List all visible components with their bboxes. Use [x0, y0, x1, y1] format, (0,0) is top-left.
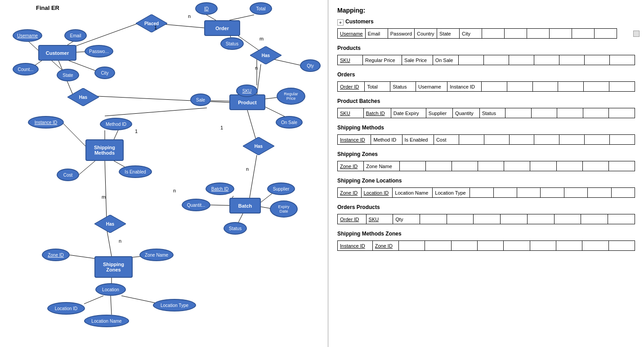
attr-order-id: ID — [195, 2, 218, 15]
section-title: Shipping Zones — [337, 151, 378, 157]
cardinality-1-sm: 1 — [135, 129, 138, 134]
table-cell-empty — [611, 188, 635, 198]
svg-line-25 — [250, 155, 257, 198]
entity-batch: Batch — [229, 198, 261, 214]
table-cell-empty — [458, 55, 483, 65]
mapping-table: Zone IDZone Name — [337, 161, 635, 171]
entity-customer: Customer — [38, 45, 76, 61]
attr-cust-city: City — [94, 67, 115, 79]
attr-cust-state: State — [57, 69, 79, 81]
table-cell: Method ID — [371, 135, 402, 145]
table-cell-empty — [484, 135, 509, 145]
expand-button[interactable]: + — [337, 19, 344, 26]
table-cell: On Sale — [433, 55, 458, 65]
table-cell: Zone ID — [338, 188, 362, 198]
attr-sz-locname: Location Name — [84, 315, 129, 327]
attr-batch-qty: Quantit... — [182, 199, 210, 211]
table-cell-empty — [507, 82, 532, 92]
cardinality-n-batch: n — [246, 166, 249, 172]
svg-line-40 — [105, 108, 207, 116]
attr-sm-cost: Cost — [57, 169, 79, 181]
table-cell-empty — [527, 29, 550, 39]
table-cell-empty — [609, 108, 635, 118]
mapping-section-orders: OrdersOrder IDTotalStatusUsernameInstanc… — [337, 71, 635, 92]
section-title: Customers — [345, 18, 374, 25]
mapping-table: Order IDSKUQty — [337, 214, 635, 224]
mapping-table: UsernameEmailPasswordCountryStateCity — [337, 28, 640, 39]
svg-line-36 — [84, 296, 103, 304]
mapping-section-shipping-zones: Shipping ZonesZone IDZone Name — [337, 151, 635, 171]
section-title: Shipping Methods — [337, 125, 384, 131]
mapping-title: Mapping: — [337, 7, 635, 14]
table-cell-empty — [584, 82, 609, 92]
table-cell-empty — [609, 82, 635, 92]
table-cell: Zone ID — [372, 241, 398, 251]
table-cell-empty — [483, 55, 509, 65]
table-cell: Regular Price — [363, 55, 402, 65]
mapping-section-products: ProductsSKURegular PriceSale PriceOn Sal… — [337, 45, 635, 65]
svg-marker-45 — [243, 137, 274, 155]
svg-line-5 — [27, 40, 38, 50]
table-cell-empty — [572, 29, 595, 39]
scroll-indicator[interactable] — [633, 31, 640, 37]
cardinality-n-placed: n — [188, 13, 191, 19]
table-cell: Order ID — [338, 214, 367, 224]
table-cell: Qty — [393, 214, 420, 224]
table-cell: Batch ID — [363, 108, 391, 118]
table-cell-empty — [459, 135, 484, 145]
table-cell: Status — [390, 82, 416, 92]
attr-sm-method: Method ID — [100, 118, 132, 130]
table-cell-empty — [534, 135, 559, 145]
mapping-section-shipping-zone-locations: Shipping Zone LocationsZone IDLocation I… — [337, 178, 635, 198]
table-cell: Total — [365, 82, 390, 92]
table-cell: Username — [416, 82, 447, 92]
svg-line-2 — [206, 15, 216, 20]
mapping-table: SKURegular PriceSale PriceOn Sale — [337, 55, 635, 65]
table-cell-empty — [509, 55, 534, 65]
table-cell-empty — [556, 161, 582, 171]
table-cell: SKU — [338, 108, 364, 118]
mapping-section-customers: +CustomersUsernameEmailPasswordCountrySt… — [337, 18, 635, 39]
table-cell-empty — [420, 214, 447, 224]
table-cell: Password — [388, 29, 414, 39]
attr-prod-sku: SKU — [236, 85, 258, 97]
svg-line-31 — [105, 160, 107, 220]
table-cell-empty — [584, 55, 609, 65]
section-title: Orders — [337, 71, 355, 78]
table-cell-empty — [504, 241, 530, 251]
svg-marker-42 — [136, 14, 167, 32]
mapping-panel: Mapping: +CustomersUsernameEmailPassword… — [328, 0, 644, 347]
table-cell-empty — [451, 241, 477, 251]
table-cell: Is Enabled — [402, 135, 434, 145]
attr-sz-locid: Location ID — [47, 302, 85, 315]
table-cell-empty — [559, 55, 584, 65]
table-cell-empty — [585, 135, 610, 145]
cardinality-n-batchrel: n — [173, 188, 176, 193]
table-cell-empty — [517, 188, 541, 198]
table-cell: SKU — [338, 55, 363, 65]
attr-prod-sale: Sale — [190, 93, 211, 106]
svg-marker-46 — [94, 215, 126, 233]
table-cell-empty — [583, 108, 609, 118]
table-cell: Country — [415, 29, 437, 39]
attr-order-qty: Qty — [300, 59, 321, 72]
attr-sm-instance: Instance ID — [28, 116, 64, 129]
mapping-sections: +CustomersUsernameEmailPasswordCountrySt… — [337, 18, 635, 251]
table-cell-empty — [478, 241, 504, 251]
table-cell-empty — [554, 214, 581, 224]
table-cell-empty — [559, 135, 585, 145]
table-cell-empty — [541, 188, 564, 198]
attr-sz-zonename: Zone Name — [139, 249, 174, 261]
table-cell-empty — [399, 241, 425, 251]
table-cell: Location Type — [433, 188, 470, 198]
table-cell: Order ID — [338, 82, 365, 92]
er-diagram-panel: Final ER — [0, 0, 328, 347]
attr-cust-email: Email — [64, 29, 87, 42]
table-cell-empty — [509, 135, 534, 145]
table-cell-empty — [425, 241, 451, 251]
table-cell-empty — [478, 161, 504, 171]
table-cell: Location Name — [393, 188, 433, 198]
table-cell: Date Expiry — [391, 108, 426, 118]
svg-line-20 — [63, 123, 85, 146]
table-cell: Cost — [434, 135, 459, 145]
